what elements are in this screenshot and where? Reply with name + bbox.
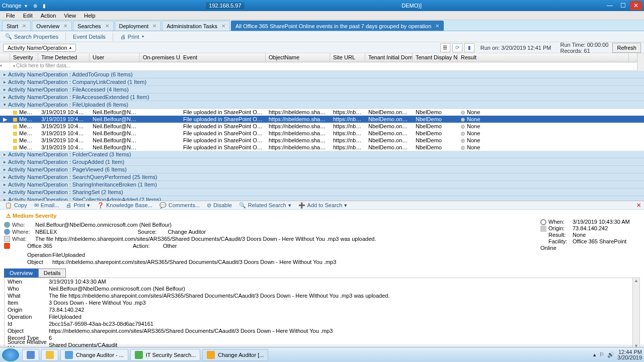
pin-icon[interactable]: ⊕ [32, 2, 39, 9]
taskbar-app[interactable]: Change Auditor [... [202, 349, 268, 361]
expand-icon[interactable]: ▸ [2, 167, 7, 172]
comments-button[interactable]: 💬 Comments... [156, 202, 203, 209]
menu-file[interactable]: File [2, 12, 19, 19]
taskbar-app[interactable]: IT Security Search... [130, 349, 200, 361]
col-user[interactable]: User [90, 53, 140, 62]
close-detail-button[interactable]: ✕ [633, 202, 644, 209]
minimize-button[interactable]: — [604, 1, 616, 10]
tab-close-icon[interactable]: ✕ [63, 23, 67, 29]
group-row[interactable]: ▸Activity Name/Operation : SearchQueryPe… [0, 173, 644, 181]
expand-icon[interactable]: ▸ [2, 190, 7, 195]
tab-details[interactable]: Details [38, 268, 66, 278]
expand-icon[interactable]: ▸ [2, 79, 7, 84]
tab[interactable]: Administration Tasks✕ [162, 21, 230, 31]
col-tdisplay[interactable]: Tenant Display Name [413, 53, 458, 62]
event-details-button[interactable]: Event Details [70, 33, 109, 40]
group-row[interactable]: ▸Activity Name/Operation : AddedToGroup … [0, 71, 644, 78]
tab-close-icon[interactable]: ✕ [435, 23, 439, 29]
expand-icon[interactable]: ▸ [2, 197, 7, 201]
group-row[interactable]: ▸Activity Name/Operation : GroupAdded (1… [0, 158, 644, 166]
expand-icon[interactable]: ▸ [2, 174, 7, 179]
chart-icon[interactable]: ▮ [41, 2, 48, 9]
expand-icon[interactable]: ▸ [2, 95, 7, 100]
table-row[interactable]: Medium3/19/2019 10:43 AMNeil.Belfour@Nbe… [0, 109, 644, 116]
print-button[interactable]: 🖨Print▾ [117, 33, 147, 40]
col-url[interactable]: Site URL [330, 53, 365, 62]
print-detail-button[interactable]: 🖨 Print ▾ [63, 202, 93, 209]
filter-hint[interactable]: Click here to filter data... [10, 62, 634, 70]
tab[interactable]: All Office 365 SharePoint Online events … [231, 21, 444, 31]
search-properties-button[interactable]: 🔍Search Properties [2, 33, 61, 40]
maximize-button[interactable]: ☐ [617, 1, 629, 10]
refresh-button[interactable]: Refresh [612, 43, 641, 53]
expand-icon[interactable]: ▸ [2, 87, 7, 92]
tray-up-icon[interactable]: ▴ [593, 351, 596, 358]
table-row[interactable]: Medium3/19/2019 10:43 AMNeil.Belfour@Nbe… [0, 123, 644, 130]
group-row[interactable]: ▸Activity Name/Operation : SiteCollectio… [0, 196, 644, 201]
kb-button[interactable]: ❓ Knowledge Base... [94, 202, 155, 209]
tab[interactable]: Start✕ [2, 21, 31, 31]
expand-icon[interactable]: ▸ [2, 182, 7, 187]
expand-icon[interactable]: ▾ [2, 102, 7, 107]
tab-close-icon[interactable]: ✕ [221, 23, 225, 29]
taskbar-files[interactable] [41, 349, 58, 361]
filter-row[interactable]: Click here to filter data... [0, 62, 644, 71]
col-onprem[interactable]: On-premises User [140, 53, 180, 62]
disable-button[interactable]: ⊘ Disable [204, 202, 235, 209]
col-tenant[interactable]: Tenant Initial Domain [365, 53, 413, 62]
tab[interactable]: Searches✕ [73, 21, 113, 31]
refresh-icon[interactable]: ⟳ [452, 43, 462, 52]
groupbar: Activity Name/Operation▴ ☰ ⟳ ▮ Run on: 3… [0, 42, 644, 53]
col-event[interactable]: Event [180, 53, 266, 62]
proptable-scrollbar[interactable] [632, 278, 639, 348]
tray-flag-icon[interactable]: ⚐ [599, 351, 604, 358]
dropdown-icon[interactable]: ▾ [23, 2, 30, 9]
clock[interactable]: 12:44 PM3/20/2019 [617, 349, 642, 360]
tab-overview[interactable]: Overview [4, 268, 38, 278]
table-row[interactable]: Medium3/19/2019 10:43 AMNeil.Belfour@Nbe… [0, 130, 644, 137]
menu-action[interactable]: Action [37, 12, 60, 19]
table-row[interactable]: Medium3/19/2019 10:43 AMNeil.Belfour@Nbe… [0, 137, 644, 144]
group-row[interactable]: ▸Activity Name/Operation : SharingSet (2… [0, 189, 644, 196]
taskbar-app[interactable]: Change Auditor - ... [60, 349, 128, 361]
group-row[interactable]: ▸Activity Name/Operation : PageViewed (6… [0, 166, 644, 173]
chart-toggle-icon[interactable]: ▮ [464, 43, 474, 52]
col-object[interactable]: ObjectName [266, 53, 330, 62]
o365-icon [4, 243, 10, 249]
table-row[interactable]: ▶Medium3/19/2019 10:43 AMNeil.Belfour@Nb… [0, 116, 644, 123]
expand-icon[interactable]: ▸ [2, 159, 7, 164]
col-severity[interactable]: Severity [10, 53, 38, 62]
col-result[interactable]: Result [458, 53, 629, 62]
property-row: WhatThe file https://nbeldemo.sharepoint… [5, 292, 639, 299]
group-row[interactable]: ▸Activity Name/Operation : CompanyLinkCr… [0, 78, 644, 86]
expand-icon[interactable]: ▸ [2, 152, 7, 157]
menu-help[interactable]: Help [80, 12, 100, 19]
close-button[interactable]: ✕ [630, 1, 642, 10]
menu-edit[interactable]: Edit [19, 12, 37, 19]
copy-button[interactable]: 📋 Copy [2, 202, 30, 209]
group-row[interactable]: ▸Activity Name/Operation : FileAccessed … [0, 86, 644, 94]
add-search-button[interactable]: ➕ Add to Search ▾ [295, 202, 351, 209]
tab[interactable]: Deployment✕ [115, 21, 162, 31]
tab-close-icon[interactable]: ✕ [152, 23, 156, 29]
tab[interactable]: Overview✕ [32, 21, 72, 31]
taskbar-explorer[interactable] [22, 349, 39, 361]
email-button[interactable]: ✉ Email... [31, 202, 62, 209]
menu-view[interactable]: View [60, 12, 80, 19]
table-row[interactable]: Medium3/19/2019 10:43 AMNeil.Belfour@Nbe… [0, 144, 644, 151]
tray-sound-icon[interactable]: 🔊 [607, 351, 614, 358]
tab-close-icon[interactable]: ✕ [22, 23, 26, 29]
group-row[interactable]: ▸Activity Name/Operation : SharingInheri… [0, 181, 644, 189]
layout-icon[interactable]: ☰ [440, 43, 450, 52]
property-row: OperationFileUploaded [5, 313, 639, 320]
tab-close-icon[interactable]: ✕ [105, 23, 109, 29]
group-row[interactable]: ▸Activity Name/Operation : FolderCreated… [0, 151, 644, 158]
flag-icon [540, 226, 546, 232]
group-row[interactable]: ▾Activity Name/Operation : FileUploaded … [0, 101, 644, 109]
related-search-button[interactable]: 🔍 Related Search ▾ [236, 202, 294, 209]
start-button[interactable] [2, 348, 19, 361]
expand-icon[interactable]: ▸ [2, 72, 7, 77]
group-row[interactable]: ▸Activity Name/Operation : FileAccessedE… [0, 94, 644, 101]
groupby-chip[interactable]: Activity Name/Operation▴ [3, 44, 76, 52]
col-time[interactable]: Time Detected [38, 53, 90, 62]
